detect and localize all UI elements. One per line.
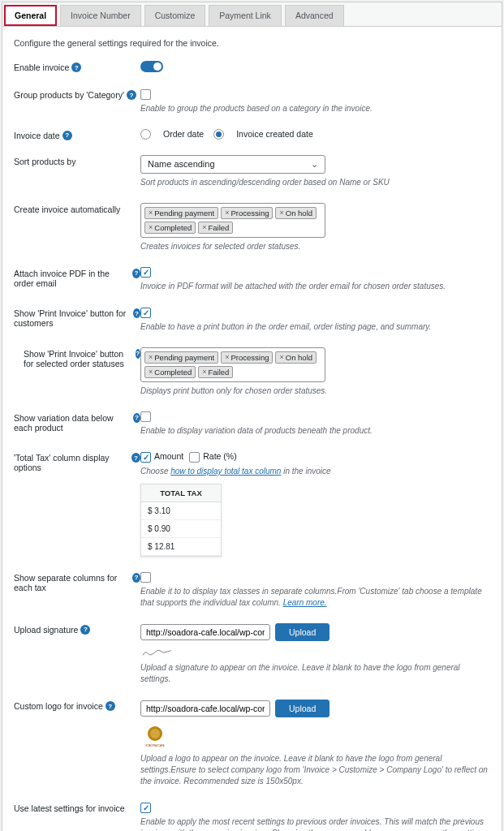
tax-hint-link[interactable]: how to display total tax column (170, 467, 281, 476)
sort-products-select[interactable]: Name ascending (140, 155, 325, 174)
status-tag[interactable]: ×Processing (221, 207, 273, 219)
close-icon[interactable]: × (202, 368, 206, 376)
tabs-nav: General Invoice Number Customize Payment… (2, 2, 502, 27)
close-icon[interactable]: × (202, 223, 206, 231)
tax-table-row: $ 0.90 (141, 520, 221, 538)
close-icon[interactable]: × (225, 209, 229, 217)
rate-checkbox[interactable] (189, 452, 200, 463)
status-tag[interactable]: ×On hold (275, 207, 317, 219)
create-auto-tagbox[interactable]: ×Pending payment ×Processing ×On hold ×C… (140, 203, 325, 238)
group-products-hint: Enable to group the products based on a … (140, 103, 490, 114)
radio-created-date-label: Invoice created date (236, 129, 313, 139)
help-icon[interactable]: ? (80, 625, 90, 635)
rate-label: Rate (%) (203, 451, 236, 461)
status-tag[interactable]: ×Processing (221, 351, 273, 364)
help-icon[interactable]: ? (127, 90, 136, 100)
amount-checkbox[interactable] (140, 452, 151, 463)
help-icon[interactable]: ? (133, 308, 140, 318)
print-statuses-label: Show 'Print Invoice' button for selected… (24, 347, 140, 368)
svg-text:SOADORA CAFE: SOADORA CAFE (145, 744, 165, 747)
variation-label: Show variation data below each product? (14, 411, 140, 433)
group-products-checkbox[interactable] (140, 89, 151, 100)
group-products-label: Group products by 'Category'? (14, 88, 140, 100)
help-icon[interactable]: ? (132, 269, 140, 278)
close-icon[interactable]: × (149, 209, 153, 217)
close-icon[interactable]: × (149, 223, 153, 231)
intro-text: Configure the general settings required … (14, 38, 490, 48)
latest-label: Use latest settings for invoice (14, 802, 140, 813)
close-icon[interactable]: × (279, 353, 283, 361)
create-auto-hint: Creates invoices for selected order stat… (140, 241, 490, 252)
total-tax-hint: Choose how to display total tax column i… (140, 466, 490, 477)
create-auto-label: Create invoice automatically (14, 203, 140, 214)
tab-general[interactable]: General (4, 5, 57, 26)
show-print-hint: Enable to have a print button in the ord… (140, 321, 490, 333)
tab-customize[interactable]: Customize (144, 5, 206, 26)
print-statuses-tagbox[interactable]: ×Pending payment ×Processing ×On hold ×C… (140, 347, 325, 382)
close-icon[interactable]: × (149, 368, 153, 376)
tax-table-row: $ 12.81 (141, 538, 221, 556)
attach-pdf-hint: Invoice in PDF format will be attached w… (140, 281, 490, 292)
logo-label: Custom logo for invoice? (14, 700, 140, 711)
close-icon[interactable]: × (279, 209, 283, 217)
close-icon[interactable]: × (149, 353, 153, 361)
amount-label: Amount (154, 451, 183, 461)
variation-checkbox[interactable] (140, 411, 151, 422)
status-tag[interactable]: ×Failed (198, 222, 233, 234)
signature-upload-button[interactable]: Upload (275, 623, 330, 641)
help-icon[interactable]: ? (131, 453, 140, 463)
logo-upload-button[interactable]: Upload (275, 700, 330, 717)
tax-table-preview: TOTAL TAX $ 3.10 $ 0.90 $ 12.81 (140, 484, 222, 557)
signature-input[interactable] (140, 624, 270, 640)
sep-cols-checkbox[interactable] (140, 572, 151, 583)
print-statuses-hint: Displays print button only for chosen or… (140, 385, 490, 397)
status-tag[interactable]: ×Failed (198, 366, 233, 378)
status-tag[interactable]: ×On hold (275, 351, 317, 364)
variation-hint: Enable to display variation data of prod… (140, 425, 490, 437)
svg-point-1 (150, 729, 160, 738)
enable-invoice-label: Enable invoice? (14, 61, 140, 72)
show-print-label: Show 'Print Invoice' button for customer… (14, 307, 140, 328)
status-tag[interactable]: ×Completed (144, 366, 196, 378)
sort-products-label: Sort products by (14, 155, 140, 166)
status-tag[interactable]: ×Pending payment (144, 351, 218, 364)
tab-invoice-number[interactable]: Invoice Number (60, 5, 141, 26)
radio-order-date-label: Order date (163, 129, 204, 139)
enable-invoice-toggle[interactable] (140, 61, 163, 72)
radio-order-date[interactable] (140, 129, 151, 140)
radio-invoice-created-date[interactable] (213, 129, 224, 140)
signature-label: Upload signature? (14, 623, 140, 635)
status-tag[interactable]: ×Completed (144, 222, 196, 234)
tax-table-header: TOTAL TAX (141, 484, 221, 502)
sep-cols-hint: Enable it to to display tax classes in s… (140, 586, 490, 609)
close-icon[interactable]: × (225, 353, 229, 361)
logo-input[interactable] (140, 700, 270, 717)
status-tag[interactable]: ×Pending payment (144, 207, 218, 219)
signature-preview (140, 648, 181, 660)
help-icon[interactable]: ? (133, 413, 140, 423)
tab-payment-link[interactable]: Payment Link (209, 5, 282, 26)
latest-hint: Enable to apply the most recent settings… (140, 816, 490, 831)
help-icon[interactable]: ? (132, 573, 140, 583)
show-print-checkbox[interactable] (140, 308, 151, 318)
sort-products-hint: Sort products in ascending/descending or… (140, 177, 490, 188)
signature-hint: Upload a signature to appear on the invo… (140, 662, 490, 685)
help-icon[interactable]: ? (62, 131, 72, 140)
help-icon[interactable]: ? (71, 62, 81, 72)
attach-pdf-checkbox[interactable] (140, 267, 151, 278)
logo-preview: SOADORA CAFE (140, 724, 490, 750)
logo-hint: Upload a logo to appear on the invoice. … (140, 753, 490, 787)
invoice-date-label: Invoice date? (14, 129, 140, 140)
tax-table-row: $ 3.10 (141, 502, 221, 520)
total-tax-label: 'Total Tax' column display options? (14, 451, 140, 472)
help-icon[interactable]: ? (106, 701, 115, 711)
latest-checkbox[interactable] (140, 803, 151, 813)
attach-pdf-label: Attach invoice PDF in the order email? (14, 267, 140, 288)
sep-cols-label: Show separate columns for each tax? (14, 571, 140, 592)
learn-more-link[interactable]: Learn more. (283, 598, 327, 607)
tab-advanced[interactable]: Advanced (285, 5, 344, 26)
